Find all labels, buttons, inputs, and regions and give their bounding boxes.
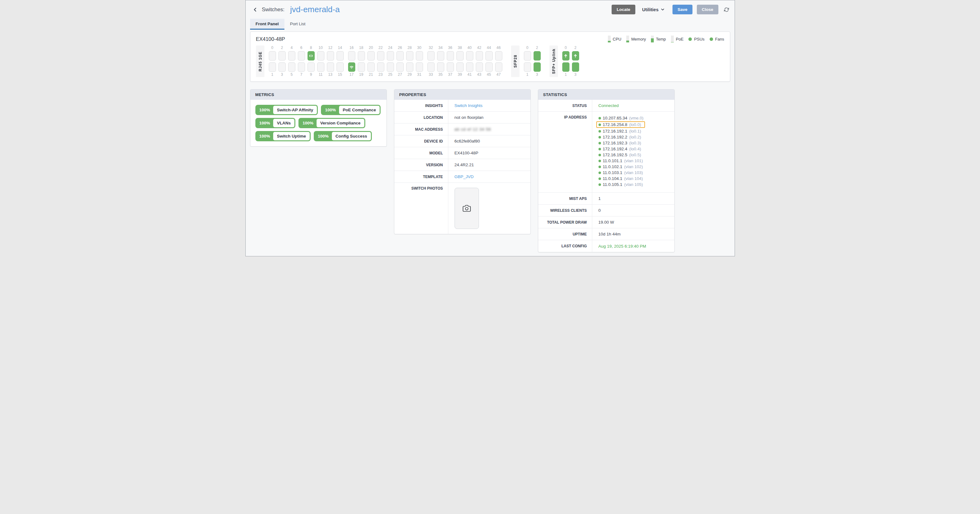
rj45-port-3[interactable]: [278, 62, 286, 72]
tab-port-list[interactable]: Port List: [285, 19, 311, 30]
memory-gauge-icon: [626, 36, 629, 43]
rj45-port-37[interactable]: [447, 62, 454, 72]
rj45-port-27[interactable]: [396, 62, 404, 72]
metric-badge[interactable]: 100%Version Compliance: [299, 118, 365, 128]
rj45-port-0[interactable]: [269, 51, 276, 60]
rj45-port-7[interactable]: [298, 62, 305, 72]
port-column: 1213: [327, 46, 334, 77]
ip-item: 11.0.105.1(vlan 105): [598, 181, 645, 187]
template-link[interactable]: GBP_JVD: [455, 175, 474, 179]
rj45-port-30[interactable]: [416, 51, 423, 60]
rj45-port-12[interactable]: [327, 51, 334, 60]
rj45-port-44[interactable]: [485, 51, 493, 60]
status-dot-icon: [598, 166, 601, 168]
rj45-port-1[interactable]: [269, 62, 276, 72]
metric-badge[interactable]: 100%PoE Compliance: [321, 105, 380, 115]
rj45-port-10[interactable]: [317, 51, 325, 60]
interface-name: (vlan 102): [624, 164, 643, 169]
rj45-port-11[interactable]: [317, 62, 325, 72]
rj45-port-28[interactable]: [406, 51, 414, 60]
back-button[interactable]: [251, 6, 259, 13]
version-value: 24.4R2.21: [448, 159, 530, 171]
rj45-port-29[interactable]: [406, 62, 414, 72]
port-number: 15: [338, 72, 342, 77]
rj45-port-26[interactable]: [396, 51, 404, 60]
rj45-port-8[interactable]: [307, 51, 315, 60]
rj45-port-14[interactable]: [337, 51, 344, 60]
rj45-port-5[interactable]: [288, 62, 295, 72]
rj45-port-24[interactable]: [387, 51, 394, 60]
port-column: 1415: [337, 46, 344, 77]
rj45-port-47[interactable]: [495, 62, 502, 72]
rj45-port-25[interactable]: [387, 62, 394, 72]
refresh-button[interactable]: [724, 7, 729, 12]
port-number: 37: [448, 72, 452, 77]
port-column: 01: [269, 46, 276, 77]
legend-item-poe: PoE: [671, 36, 684, 43]
rj45-port-40[interactable]: [466, 51, 473, 60]
rj45-port-35[interactable]: [437, 62, 444, 72]
metric-value: 100%: [256, 121, 274, 125]
table-row: LAST CONFIG Aug 19, 2025 6:19:40 PM: [538, 240, 675, 252]
interface-name: (vme.0): [629, 116, 643, 121]
rj45-port-17[interactable]: [348, 62, 355, 72]
sfp28-port-1[interactable]: [524, 62, 531, 72]
sfp28-port-2[interactable]: [533, 51, 541, 60]
rj45-port-36[interactable]: [447, 51, 454, 60]
ip-item: 11.0.101.1(vlan 101): [598, 158, 645, 164]
tab-front-panel[interactable]: Front Panel: [250, 19, 285, 30]
sfp28-port-3[interactable]: [533, 62, 541, 72]
metric-badge[interactable]: 100%Switch Uptime: [255, 131, 311, 141]
uplink-port-0[interactable]: [562, 51, 570, 60]
port-number: 2: [574, 46, 577, 50]
rj45-port-34[interactable]: [437, 51, 444, 60]
rj45-port-41[interactable]: [466, 62, 473, 72]
rj45-port-32[interactable]: [427, 51, 434, 60]
metric-badge[interactable]: 100%Config Success: [314, 131, 372, 141]
sfp28-port-0[interactable]: [524, 51, 531, 60]
rj45-port-15[interactable]: [337, 62, 344, 72]
rj45-port-9[interactable]: [307, 62, 315, 72]
properties-table: INSIGHTS Switch Insights LOCATION not on…: [394, 100, 530, 234]
uplink-port-2[interactable]: [572, 51, 579, 60]
locate-button[interactable]: Locate: [612, 5, 635, 14]
uplink-port-3[interactable]: [572, 62, 579, 72]
metric-value: 100%: [299, 121, 317, 125]
port-number: 27: [398, 72, 402, 77]
statistics-title: STATISTICS: [538, 89, 675, 100]
rj45-port-31[interactable]: [416, 62, 423, 72]
rj45-port-21[interactable]: [368, 62, 375, 72]
rj45-port-19[interactable]: [358, 62, 365, 72]
metric-badge[interactable]: 100%Switch-AP Affinity: [255, 105, 318, 115]
rj45-port-42[interactable]: [476, 51, 483, 60]
add-switch-photo-button[interactable]: [455, 188, 479, 229]
rj45-port-39[interactable]: [457, 62, 464, 72]
close-button[interactable]: Close: [697, 5, 718, 14]
port-number: 20: [369, 46, 373, 50]
metric-row: 100%Switch-AP Affinity100%PoE Compliance: [255, 105, 381, 115]
rj45-port-43[interactable]: [476, 62, 483, 72]
rj45-port-18[interactable]: [358, 51, 365, 60]
uplink-port-1[interactable]: [562, 62, 570, 72]
rj45-port-4[interactable]: [288, 51, 295, 60]
rj45-port-22[interactable]: [377, 51, 384, 60]
save-button[interactable]: Save: [673, 5, 692, 14]
rj45-port-45[interactable]: [485, 62, 493, 72]
rj45-port-23[interactable]: [377, 62, 384, 72]
interface-name: (vlan 105): [624, 182, 643, 187]
port-number: 12: [328, 46, 332, 50]
rj45-port-6[interactable]: [298, 51, 305, 60]
rj45-port-38[interactable]: [457, 51, 464, 60]
utilities-menu[interactable]: Utilities: [642, 7, 665, 12]
metric-badge[interactable]: 100%VLANs: [255, 118, 296, 128]
rj45-port-13[interactable]: [327, 62, 334, 72]
table-row: STATUS Connected: [538, 100, 675, 112]
switch-insights-link[interactable]: Switch Insights: [455, 103, 483, 108]
rj45-port-46[interactable]: [495, 51, 502, 60]
metric-label: Switch Uptime: [273, 132, 310, 140]
rj45-port-2[interactable]: [278, 51, 286, 60]
rj45-port-20[interactable]: [368, 51, 375, 60]
rj45-port-16[interactable]: [348, 51, 355, 60]
port-column: 1819: [358, 46, 365, 77]
rj45-port-33[interactable]: [427, 62, 434, 72]
